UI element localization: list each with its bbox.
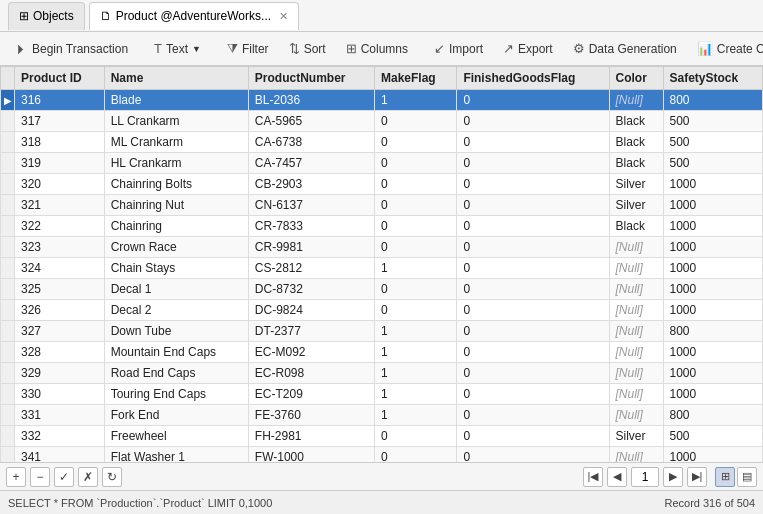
table-row[interactable]: ▶316BladeBL-203610[Null]800 xyxy=(1,90,763,111)
cell-product-number: CS-2812 xyxy=(248,258,374,279)
cell-safety-stock: 1000 xyxy=(663,384,763,405)
table-row[interactable]: 323Crown RaceCR-998100[Null]1000 xyxy=(1,237,763,258)
cell-product-number: BL-2036 xyxy=(248,90,374,111)
table-row[interactable]: 326Decal 2DC-982400[Null]1000 xyxy=(1,300,763,321)
text-button[interactable]: T Text ▼ xyxy=(145,37,210,60)
cell-safety-stock: 800 xyxy=(663,90,763,111)
row-indicator: ▶ xyxy=(1,90,15,111)
table-row[interactable]: 331Fork EndFE-376010[Null]800 xyxy=(1,405,763,426)
page-prev-button[interactable]: ◀ xyxy=(607,467,627,487)
cell-finished-goods-flag: 0 xyxy=(457,111,609,132)
cell-product-number: FE-3760 xyxy=(248,405,374,426)
table-row[interactable]: 318ML CrankarmCA-673800Black500 xyxy=(1,132,763,153)
tab-close-icon[interactable]: ✕ xyxy=(279,10,288,23)
page-first-button[interactable]: |◀ xyxy=(583,467,603,487)
product-tab-label: Product @AdventureWorks... xyxy=(116,9,271,23)
sort-button[interactable]: ⇅ Sort xyxy=(280,37,335,60)
cell-finished-goods-flag: 0 xyxy=(457,384,609,405)
cell-make-flag: 0 xyxy=(375,426,457,447)
form-view-button[interactable]: ▤ xyxy=(737,467,757,487)
row-indicator xyxy=(1,132,15,153)
cell-color: Black xyxy=(609,153,663,174)
table-row[interactable]: 329Road End CapsEC-R09810[Null]1000 xyxy=(1,363,763,384)
cell-color: [Null] xyxy=(609,258,663,279)
columns-button[interactable]: ⊞ Columns xyxy=(337,37,417,60)
cell-make-flag: 0 xyxy=(375,153,457,174)
data-table-container[interactable]: Product ID Name ProductNumber MakeFlag F… xyxy=(0,66,763,462)
grid-view-button[interactable]: ⊞ xyxy=(715,467,735,487)
page-last-button[interactable]: ▶| xyxy=(687,467,707,487)
table-row[interactable]: 317LL CrankarmCA-596500Black500 xyxy=(1,111,763,132)
cell-product-id: 319 xyxy=(15,153,105,174)
col-header-safety-stock[interactable]: SafetyStock xyxy=(663,67,763,90)
cell-product-number: CA-7457 xyxy=(248,153,374,174)
data-generation-button[interactable]: ⚙ Data Generation xyxy=(564,37,686,60)
cell-color: [Null] xyxy=(609,342,663,363)
data-generation-label: Data Generation xyxy=(589,42,677,56)
row-indicator xyxy=(1,216,15,237)
remove-row-button[interactable]: − xyxy=(30,467,50,487)
table-row[interactable]: 319HL CrankarmCA-745700Black500 xyxy=(1,153,763,174)
apply-changes-button[interactable]: ✓ xyxy=(54,467,74,487)
cell-safety-stock: 1000 xyxy=(663,279,763,300)
tab-objects[interactable]: ⊞ Objects xyxy=(8,2,85,30)
cell-product-number: FW-1000 xyxy=(248,447,374,463)
create-chart-label: Create Cha... xyxy=(717,42,763,56)
create-chart-button[interactable]: 📊 Create Cha... xyxy=(688,37,763,60)
page-number-input[interactable] xyxy=(631,467,659,487)
tab-product[interactable]: 🗋 Product @AdventureWorks... ✕ xyxy=(89,2,299,30)
cell-color: [Null] xyxy=(609,90,663,111)
table-row[interactable]: 321Chainring NutCN-613700Silver1000 xyxy=(1,195,763,216)
columns-label: Columns xyxy=(361,42,408,56)
table-row[interactable]: 332FreewheelFH-298100Silver500 xyxy=(1,426,763,447)
cell-product-id: 318 xyxy=(15,132,105,153)
cell-make-flag: 1 xyxy=(375,342,457,363)
cell-safety-stock: 1000 xyxy=(663,300,763,321)
cell-product-number: DC-8732 xyxy=(248,279,374,300)
row-indicator xyxy=(1,405,15,426)
add-row-button[interactable]: + xyxy=(6,467,26,487)
col-header-make-flag[interactable]: MakeFlag xyxy=(375,67,457,90)
table-row[interactable]: 328Mountain End CapsEC-M09210[Null]1000 xyxy=(1,342,763,363)
col-header-product-number[interactable]: ProductNumber xyxy=(248,67,374,90)
cell-make-flag: 0 xyxy=(375,279,457,300)
cell-make-flag: 0 xyxy=(375,132,457,153)
cell-finished-goods-flag: 0 xyxy=(457,405,609,426)
table-row[interactable]: 341Flat Washer 1FW-100000[Null]1000 xyxy=(1,447,763,463)
table-row[interactable]: 330Touring End CapsEC-T20910[Null]1000 xyxy=(1,384,763,405)
table-row[interactable]: 320Chainring BoltsCB-290300Silver1000 xyxy=(1,174,763,195)
cell-safety-stock: 500 xyxy=(663,111,763,132)
cancel-changes-button[interactable]: ✗ xyxy=(78,467,98,487)
cell-color: [Null] xyxy=(609,321,663,342)
cell-color: Black xyxy=(609,216,663,237)
cell-color: [Null] xyxy=(609,363,663,384)
cell-name: Chainring Nut xyxy=(104,195,248,216)
filter-button[interactable]: ⧩ Filter xyxy=(218,37,278,61)
table-row[interactable]: 325Decal 1DC-873200[Null]1000 xyxy=(1,279,763,300)
import-button[interactable]: ↙ Import xyxy=(425,37,492,60)
export-button[interactable]: ↗ Export xyxy=(494,37,562,60)
cell-finished-goods-flag: 0 xyxy=(457,153,609,174)
cell-name: LL Crankarm xyxy=(104,111,248,132)
bottom-bar: + − ✓ ✗ ↻ |◀ ◀ ▶ ▶| ⊞ ▤ xyxy=(0,462,763,490)
table-row[interactable]: 322ChainringCR-783300Black1000 xyxy=(1,216,763,237)
begin-transaction-button[interactable]: ⏵ Begin Transaction xyxy=(6,37,137,60)
col-header-product-id[interactable]: Product ID xyxy=(15,67,105,90)
cell-product-number: EC-R098 xyxy=(248,363,374,384)
cell-finished-goods-flag: 0 xyxy=(457,258,609,279)
import-icon: ↙ xyxy=(434,41,445,56)
cell-make-flag: 1 xyxy=(375,258,457,279)
refresh-button[interactable]: ↻ xyxy=(102,467,122,487)
col-header-name[interactable]: Name xyxy=(104,67,248,90)
cell-name: Crown Race xyxy=(104,237,248,258)
cell-safety-stock: 1000 xyxy=(663,174,763,195)
page-next-button[interactable]: ▶ xyxy=(663,467,683,487)
toolbar: ⏵ Begin Transaction T Text ▼ ⧩ Filter ⇅ … xyxy=(0,32,763,66)
table-row[interactable]: 327Down TubeDT-237710[Null]800 xyxy=(1,321,763,342)
filter-label: Filter xyxy=(242,42,269,56)
cell-name: Flat Washer 1 xyxy=(104,447,248,463)
table-row[interactable]: 324Chain StaysCS-281210[Null]1000 xyxy=(1,258,763,279)
col-header-finished-goods-flag[interactable]: FinishedGoodsFlag xyxy=(457,67,609,90)
col-header-color[interactable]: Color xyxy=(609,67,663,90)
cell-product-id: 320 xyxy=(15,174,105,195)
